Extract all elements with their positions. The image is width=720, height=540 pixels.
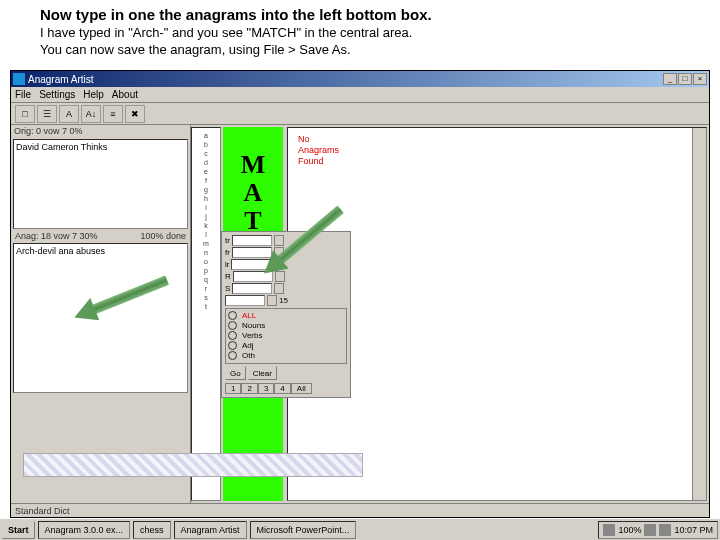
tray-icon[interactable] xyxy=(644,524,656,536)
radio-icon[interactable] xyxy=(228,321,237,330)
instruction-line-1: I have typed in "Arch-" and you see "MAT… xyxy=(40,25,690,40)
alpha-letter: o xyxy=(204,258,208,265)
zoom-level: 100% xyxy=(618,525,641,535)
tool-new-icon[interactable]: □ xyxy=(15,105,35,123)
alpha-letter: f xyxy=(205,177,207,184)
alpha-letter: r xyxy=(205,285,207,292)
result-line-3: Found xyxy=(298,156,682,167)
alpha-letter: k xyxy=(204,222,208,229)
stepper-icon[interactable] xyxy=(267,295,277,306)
original-text-value: David Cameron Thinks xyxy=(14,140,187,154)
alpha-letter: j xyxy=(205,213,207,220)
tab[interactable]: 1 xyxy=(225,383,241,394)
orig-label: Orig: 0 vow 7 0% xyxy=(11,125,190,137)
result-line-2: Anagrams xyxy=(298,145,682,156)
wordtype-group: ALLNounsVerbsAdjOth xyxy=(225,308,347,364)
wordtype-label[interactable]: Oth xyxy=(242,351,255,360)
close-button[interactable]: × xyxy=(693,73,707,85)
result-line-1: No xyxy=(298,134,682,145)
menu-settings[interactable]: Settings xyxy=(39,89,75,100)
statusbar: Standard Dict xyxy=(11,503,709,517)
wordtype-label[interactable]: Nouns xyxy=(242,321,265,330)
filter-label: S xyxy=(225,284,230,293)
radio-icon[interactable] xyxy=(228,351,237,360)
filter-input[interactable] xyxy=(232,283,272,294)
radio-icon[interactable] xyxy=(228,341,237,350)
tab[interactable]: 4 xyxy=(274,383,290,394)
clock: 10:07 PM xyxy=(674,525,713,535)
alpha-letter: t xyxy=(205,303,207,310)
alpha-letter: a xyxy=(204,132,208,139)
stepper-icon[interactable] xyxy=(275,271,285,282)
go-button[interactable]: Go xyxy=(225,366,246,380)
original-text-box[interactable]: David Cameron Thinks xyxy=(13,139,188,229)
window-title: Anagram Artist xyxy=(28,74,94,85)
alpha-letter: q xyxy=(204,276,208,283)
filter-input[interactable] xyxy=(233,271,273,282)
task-item[interactable]: Anagram Artist xyxy=(174,521,247,539)
filter-end-input[interactable] xyxy=(225,295,265,306)
tool-exit-icon[interactable]: ✖ xyxy=(125,105,145,123)
tray-icon[interactable] xyxy=(603,524,615,536)
tab[interactable]: 2 xyxy=(241,383,257,394)
filter-input[interactable] xyxy=(232,247,272,258)
titlebar[interactable]: Anagram Artist _ □ × xyxy=(11,71,709,87)
tool-save-icon[interactable]: A xyxy=(59,105,79,123)
app-icon xyxy=(13,73,25,85)
alpha-letter: d xyxy=(204,159,208,166)
task-item[interactable]: chess xyxy=(133,521,171,539)
anag-label: Anag: 18 vow 7 30% xyxy=(15,231,98,241)
toolbar: □ ☰ A A↓ ≡ ✖ xyxy=(11,103,709,125)
filter-input[interactable] xyxy=(231,259,271,270)
start-button[interactable]: Start xyxy=(2,521,35,539)
alpha-letter: b xyxy=(204,141,208,148)
alpha-letter: g xyxy=(204,186,208,193)
menu-file[interactable]: File xyxy=(15,89,31,100)
filter-label: R xyxy=(225,272,231,281)
radio-icon[interactable] xyxy=(228,331,237,340)
tabs-row: 1234All xyxy=(225,383,347,394)
stepper-icon[interactable] xyxy=(273,259,283,270)
tool-az-icon[interactable]: A↓ xyxy=(81,105,101,123)
anagram-text-value: Arch-devil ana abuses xyxy=(14,244,187,258)
anagram-text-box[interactable]: Arch-devil ana abuses xyxy=(13,243,188,393)
tool-lang-icon[interactable]: ≡ xyxy=(103,105,123,123)
done-label: 100% done xyxy=(140,231,186,241)
scrollbar[interactable] xyxy=(692,128,706,500)
menu-about[interactable]: About xyxy=(112,89,138,100)
task-item[interactable]: Microsoft PowerPoint... xyxy=(250,521,357,539)
stepper-icon[interactable] xyxy=(274,283,284,294)
alpha-letter: h xyxy=(204,195,208,202)
wordtype-label[interactable]: Adj xyxy=(242,341,254,350)
alpha-letter: m xyxy=(203,240,209,247)
filter-end-val: 15 xyxy=(279,296,288,305)
left-column: Orig: 0 vow 7 0% David Cameron Thinks An… xyxy=(11,125,191,503)
alpha-letter: s xyxy=(204,294,208,301)
tab[interactable]: 3 xyxy=(258,383,274,394)
filter-label: lr xyxy=(225,260,229,269)
alpha-letter: e xyxy=(204,168,208,175)
tab[interactable]: All xyxy=(291,383,312,394)
filter-label: fr xyxy=(225,248,230,257)
alpha-letter: l xyxy=(205,231,207,238)
alpha-letter: c xyxy=(204,150,208,157)
filter-label: tr xyxy=(225,236,230,245)
stepper-icon[interactable] xyxy=(274,235,284,246)
clear-button[interactable]: Clear xyxy=(248,366,277,380)
task-item[interactable]: Anagram 3.0.0 ex... xyxy=(38,521,131,539)
radio-icon[interactable] xyxy=(228,311,237,320)
wordtype-label[interactable]: Verbs xyxy=(242,331,262,340)
menubar: File Settings Help About xyxy=(11,87,709,103)
minimize-button[interactable]: _ xyxy=(663,73,677,85)
menu-help[interactable]: Help xyxy=(83,89,104,100)
system-tray[interactable]: 100% 10:07 PM xyxy=(598,521,718,539)
filter-input[interactable] xyxy=(232,235,272,246)
tool-open-icon[interactable]: ☰ xyxy=(37,105,57,123)
wordtype-label[interactable]: ALL xyxy=(242,311,256,320)
stepper-icon[interactable] xyxy=(274,247,284,258)
instruction-line-2: You can now save the anagram, using File… xyxy=(40,42,690,57)
tray-icon[interactable] xyxy=(659,524,671,536)
maximize-button[interactable]: □ xyxy=(678,73,692,85)
app-window: Anagram Artist _ □ × File Settings Help … xyxy=(10,70,710,518)
checker-strip xyxy=(23,453,363,477)
